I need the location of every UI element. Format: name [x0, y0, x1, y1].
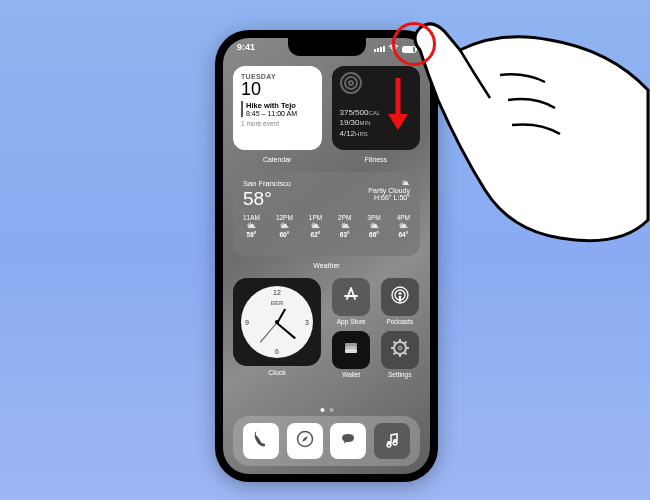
svg-point-2 [398, 292, 401, 295]
svg-line-13 [404, 352, 406, 354]
appstore-icon [341, 285, 361, 310]
clock-widget[interactable]: BER 12369 [233, 278, 321, 366]
calendar-date: 10 [241, 80, 314, 98]
svg-point-18 [393, 439, 397, 443]
annotation-arrow-down-icon [384, 76, 412, 132]
svg-point-7 [397, 345, 402, 350]
app-podcasts[interactable]: Podcasts [380, 278, 421, 325]
gear-icon [390, 338, 410, 363]
widget-label-weather: Weather [233, 262, 420, 269]
podcasts-icon [390, 285, 410, 310]
status-time: 9:41 [237, 42, 255, 56]
analog-clock-icon: BER 12369 [241, 286, 313, 358]
music-note-icon [383, 430, 401, 453]
svg-line-14 [393, 352, 395, 354]
weather-temp: 58° [243, 189, 291, 208]
calendar-widget[interactable]: TUESDAY 10 Hike with Tejo 8:45 – 11:00 A… [233, 66, 322, 150]
activity-rings-icon [340, 72, 362, 94]
app-settings[interactable]: Settings [380, 331, 421, 378]
event-time: 8:45 – 11:00 AM [246, 110, 297, 117]
fitness-exercise: 19/30MIN [340, 118, 381, 129]
wallet-icon [341, 338, 361, 363]
event-title: Hike with Tejo [246, 101, 314, 110]
app-appstore[interactable]: App Store [331, 278, 372, 325]
dock-app-music[interactable] [374, 423, 410, 459]
calendar-more: 1 more event [241, 120, 314, 127]
svg-rect-5 [345, 349, 357, 353]
annotation-circle [392, 22, 436, 66]
page-indicator[interactable] [320, 408, 333, 412]
phone-icon [252, 430, 270, 453]
chat-bubble-icon [339, 430, 357, 453]
dock-app-safari[interactable] [287, 423, 323, 459]
notch [288, 38, 366, 56]
calendar-event: Hike with Tejo 8:45 – 11:00 AM [241, 101, 314, 117]
weather-hourly: 11AM⛅58° 12PM⛅60° 1PM⛅62° 2PM⛅63° 3PM⛅66… [243, 214, 410, 238]
svg-line-15 [404, 341, 406, 343]
cellular-signal-icon [374, 46, 385, 52]
fitness-move: 375/500CAL [340, 108, 381, 119]
svg-line-12 [393, 341, 395, 343]
fitness-stand: 4/12HRS [340, 129, 381, 140]
dock [233, 416, 420, 466]
dock-app-phone[interactable] [243, 423, 279, 459]
widget-label-calendar: Calendar [233, 156, 322, 163]
compass-icon [296, 430, 314, 453]
widget-label-clock: Clock [233, 369, 321, 376]
svg-point-17 [387, 441, 391, 445]
svg-rect-4 [345, 346, 357, 349]
dock-app-messages[interactable] [330, 423, 366, 459]
app-wallet[interactable]: Wallet [331, 331, 372, 378]
svg-rect-3 [345, 343, 357, 346]
weather-location: San Francisco [243, 179, 291, 188]
